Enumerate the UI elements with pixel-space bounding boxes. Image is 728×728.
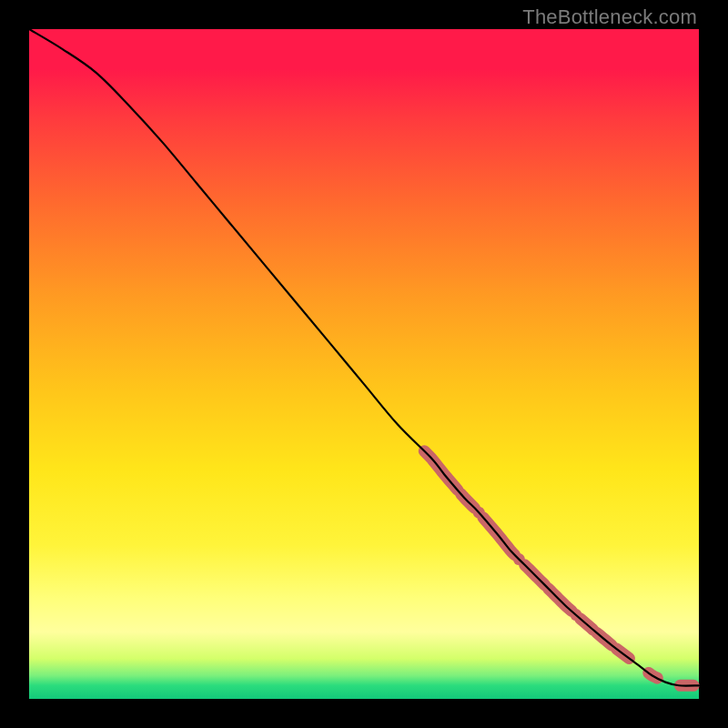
- watermark-text: TheBottleneck.com: [522, 5, 697, 29]
- chart-svg: [29, 29, 699, 699]
- plot-area: [29, 29, 699, 699]
- chart-frame: TheBottleneck.com: [0, 0, 728, 728]
- bottleneck-curve: [29, 29, 699, 686]
- highlight-segments: [424, 451, 693, 686]
